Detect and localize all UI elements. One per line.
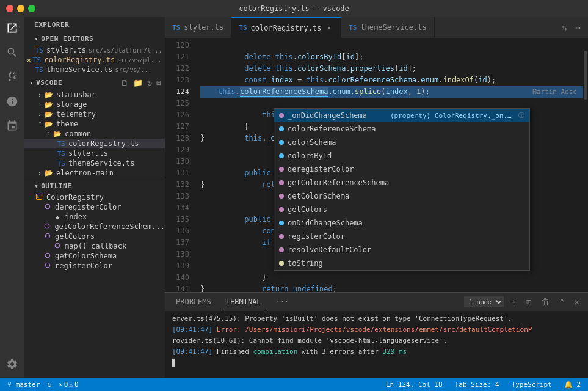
new-folder-button[interactable]: 📁 — [132, 77, 144, 89]
cursor-position[interactable]: Ln 124, Col 18 — [383, 381, 445, 389]
outline-index[interactable]: ◆ index — [24, 212, 165, 222]
autocomplete-item-getColorSchema[interactable]: getColorSchema — [274, 189, 529, 203]
tab-themeservice[interactable]: TS themeService.ts — [341, 17, 435, 38]
close-panel-button[interactable]: ✕ — [572, 294, 582, 309]
terminal-line-4: [09:41:47] Finished compilation with 3 e… — [172, 346, 581, 357]
tree-styler[interactable]: TS styler.ts — [24, 148, 165, 158]
minimize-button[interactable] — [17, 5, 24, 12]
autocomplete-item-registerColor[interactable]: registerColor — [274, 230, 529, 243]
autocomplete-item-deregisterColor[interactable]: deregisterColor — [274, 163, 529, 176]
activity-explorer[interactable] — [4, 20, 21, 37]
ts-icon: TS — [172, 24, 180, 32]
activity-search[interactable] — [4, 44, 21, 61]
close-tab-button[interactable]: ✕ — [325, 24, 333, 31]
open-editor-styler[interactable]: TS styler.ts src/vs/platform/t... — [24, 45, 165, 55]
editor-area: TS styler.ts TS colorRegistry.ts ✕ TS th… — [165, 17, 588, 378]
maximize-panel-button[interactable]: ⌃ — [557, 294, 567, 309]
svg-point-2 — [45, 204, 50, 209]
split-editor-button[interactable]: ⇆ — [559, 20, 569, 35]
outline-map-callback[interactable]: map() callback — [24, 241, 165, 251]
code-line-121: delete this.colorSchema.properties[id]; — [200, 51, 583, 63]
tree-storage[interactable]: › 📂 storage — [24, 100, 165, 109]
autocomplete-item-getColorReferenceSchema[interactable]: getColorReferenceSchema — [274, 176, 529, 189]
outline-header[interactable]: ▾ OUTLINE — [24, 178, 165, 192]
prop-icon — [279, 113, 284, 118]
node-selector[interactable]: 1: node — [464, 296, 504, 307]
outline-getcolors[interactable]: getColors — [24, 232, 165, 241]
svg-point-5 — [55, 243, 60, 248]
new-file-button[interactable]: 🗋 — [120, 77, 130, 89]
method-icon — [279, 234, 284, 239]
tree-statusbar[interactable]: › 📂 statusbar — [24, 90, 165, 100]
outline-getcolorschema[interactable]: getColorSchema — [24, 251, 165, 261]
autocomplete-item-colorReferenceSchema[interactable]: colorReferenceSchema — [274, 122, 529, 136]
autocomplete-item-getColors[interactable]: getColors — [274, 203, 529, 216]
open-editors-header[interactable]: ▾ OPEN EDITORS — [24, 31, 165, 45]
open-editor-colorregistry[interactable]: ✕ TS colorRegistry.ts src/vs/pl... — [24, 55, 165, 65]
tree-colorregistry[interactable]: TS colorRegistry.ts — [24, 139, 165, 148]
method-icon — [43, 252, 53, 260]
git-icon: ⑂ — [7, 381, 12, 389]
folder-icon: 📂 — [44, 111, 54, 119]
maximize-button[interactable] — [28, 5, 35, 12]
add-terminal-button[interactable]: + — [509, 294, 518, 309]
activity-debug[interactable] — [4, 93, 21, 110]
vscode-header[interactable]: ▾ VSCODE — [27, 79, 120, 87]
more-actions-button[interactable]: ⋯ — [573, 20, 583, 35]
outline-getcolorreference[interactable]: getColorReferenceSchem... — [24, 222, 165, 232]
language-mode[interactable]: TypeScript — [509, 381, 554, 389]
autocomplete-item-colorsById[interactable]: colorsById — [274, 149, 529, 163]
method-icon — [43, 232, 53, 241]
sync-button[interactable]: ↻ — [45, 381, 54, 389]
explorer-header: EXPLORER — [24, 17, 165, 31]
tab-terminal[interactable]: TERMINAL — [221, 295, 266, 309]
folder-icon: 📂 — [44, 120, 54, 128]
autocomplete-item-onDidChangeSchema[interactable]: _onDidChangeSchema (property) ColorRegis… — [274, 109, 529, 122]
tree-theme[interactable]: ˅ 📂 theme — [24, 119, 165, 129]
folder-icon: 📂 — [44, 91, 54, 99]
activity-settings[interactable] — [4, 356, 21, 373]
ts-icon: TS — [56, 140, 66, 148]
activity-bar — [0, 17, 24, 378]
terminal-actions: 1: node + ⊞ 🗑 ⌃ ✕ — [464, 294, 582, 309]
outline-deregistercolor[interactable]: deregisterColor — [24, 202, 165, 212]
autocomplete-item-colorSchema[interactable]: colorSchema — [274, 136, 529, 149]
autocomplete-item-onDidChangeSchema[interactable]: onDidChangeSchema — [274, 216, 529, 230]
refresh-button[interactable]: ↻ — [146, 77, 153, 89]
git-branch[interactable]: ⑂ master — [5, 381, 42, 389]
close-button[interactable] — [6, 5, 13, 12]
window-controls[interactable] — [6, 5, 35, 12]
tab-styler[interactable]: TS styler.ts — [165, 17, 231, 38]
tree-telemetry[interactable]: › 📂 telemetry — [24, 109, 165, 119]
terminal-line-2: [09:41:47] Error: /Users/misolori/Projec… — [172, 324, 581, 335]
outline-registercolor[interactable]: registerColor — [24, 261, 165, 271]
notification-bell[interactable]: 🔔 2 — [562, 381, 583, 389]
tabs-bar: TS styler.ts TS colorRegistry.ts ✕ TS th… — [165, 17, 588, 38]
folder-icon: 📂 — [44, 169, 54, 177]
autocomplete-item-resolveDefaultColor[interactable]: resolveDefaultColor — [274, 243, 529, 257]
editor-scrollbar[interactable] — [583, 38, 588, 292]
autocomplete-item-toString[interactable]: toString — [274, 257, 529, 270]
delete-terminal-button[interactable]: 🗑 — [539, 294, 552, 309]
chevron-down-icon: ˅ — [35, 121, 44, 128]
code-editor[interactable]: 120 121 122 123 124 125 126 127 128 129 … — [165, 38, 588, 292]
chevron-down-icon: ▾ — [34, 182, 38, 190]
tab-problems[interactable]: PROBLEMS — [171, 295, 216, 309]
prop-icon — [279, 126, 284, 131]
tab-more[interactable]: ··· — [271, 295, 294, 309]
split-terminal-button[interactable]: ⊞ — [524, 294, 534, 309]
open-editor-themeservice[interactable]: TS themeService.ts src/vs/... — [24, 65, 165, 75]
tree-electron-main[interactable]: › 📂 electron-main — [24, 168, 165, 178]
activity-scm[interactable] — [4, 68, 21, 86]
method-icon — [43, 261, 53, 270]
error-count[interactable]: ✕ 0 ⚠ 0 — [56, 381, 81, 389]
tab-size[interactable]: Tab Size: 4 — [452, 381, 502, 389]
tab-colorregistry[interactable]: TS colorRegistry.ts ✕ — [231, 17, 341, 38]
activity-extensions[interactable] — [4, 117, 21, 134]
code-content[interactable]: delete this.colorsById[id]; delete this.… — [194, 38, 583, 292]
collapse-all-button[interactable]: ⊟ — [155, 77, 162, 89]
outline-colorregistry[interactable]: C ColorRegistry — [24, 192, 165, 202]
tree-common[interactable]: ˅ 📂 common — [24, 129, 165, 139]
scrollbar-thumb[interactable] — [584, 51, 587, 100]
tree-themeservice[interactable]: TS themeService.ts — [24, 158, 165, 168]
